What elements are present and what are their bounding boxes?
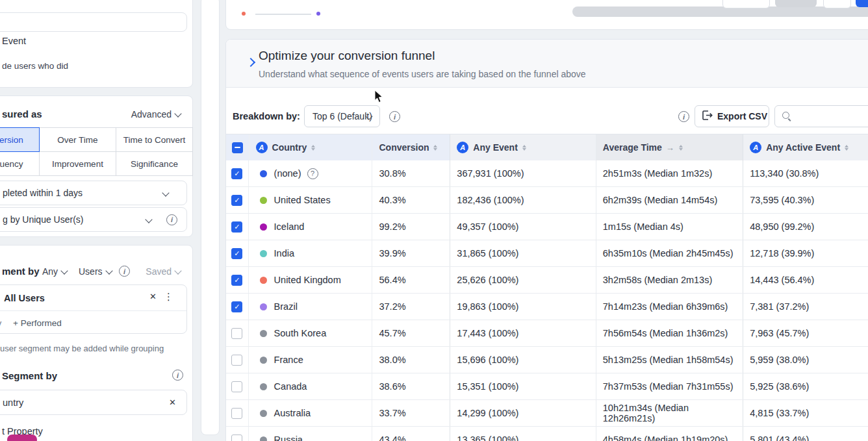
row-checkbox[interactable]: ✓ — [231, 248, 242, 259]
sort-icon[interactable] — [311, 145, 315, 151]
cell-any-active-event: 5,801 (43.4%) — [743, 427, 868, 441]
tab-significance[interactable]: Significance — [116, 151, 193, 176]
header-average-time[interactable]: Average Time → — [596, 134, 743, 160]
search-input[interactable] — [796, 110, 868, 122]
counting-dropdown[interactable]: g by Unique User(s) i — [0, 207, 187, 232]
country-dot — [260, 357, 267, 364]
tab-frequency[interactable]: uency — [0, 151, 40, 176]
tab-conversion[interactable]: ersion — [0, 127, 40, 152]
row-checkbox[interactable]: ✓ — [231, 301, 242, 312]
row-checkbox[interactable] — [231, 328, 242, 339]
row-checkbox-cell: ✓ — [226, 240, 249, 266]
close-icon[interactable]: ✕ — [169, 397, 176, 407]
conversion-window-dropdown[interactable]: pleted within 1 days — [0, 181, 187, 205]
info-icon[interactable]: i — [119, 266, 130, 277]
country-label: Canada — [274, 381, 307, 392]
cell-average-time: 10h21m34s (Median 12h26m21s) — [596, 400, 743, 426]
cell-conversion: 33.7% — [372, 400, 450, 426]
row-checkbox[interactable] — [231, 435, 242, 441]
sort-icon[interactable] — [433, 145, 437, 151]
sort-icon[interactable] — [679, 145, 683, 151]
breakdown-select[interactable]: Top 6 (Default) — [304, 105, 380, 127]
table-row[interactable]: ✓ India 39.9% 31,865 (100%) 6h35m10s (Me… — [226, 240, 868, 267]
table-row[interactable]: South Korea 45.7% 17,443 (100%) 7h56m54s… — [226, 320, 868, 347]
chevron-down-icon — [60, 267, 68, 274]
row-checkbox[interactable]: ✓ — [231, 275, 242, 286]
table-row[interactable]: Canada 38.6% 15,351 (100%) 7h37m53s (Med… — [226, 373, 868, 400]
saved-dropdown[interactable]: Saved — [146, 266, 181, 277]
row-checkbox[interactable]: ✓ — [231, 195, 242, 206]
country-label: Australia — [274, 408, 311, 418]
collapsed-panel-rail[interactable] — [201, 0, 220, 435]
cell-conversion: 38.0% — [372, 347, 450, 373]
cell-any-active-event: 4,815 (33.7%) — [743, 400, 868, 426]
optimize-banner[interactable]: Optimize your conversion funnel Understa… — [226, 40, 868, 88]
row-checkbox[interactable]: ✓ — [231, 221, 242, 233]
table-row[interactable]: ✓ Iceland 99.2% 49,357 (100%) 1m15s (Med… — [226, 214, 868, 240]
cell-any-event: 19,863 (100%) — [450, 294, 595, 320]
legend-line — [255, 14, 311, 15]
header-average-time-label: Average Time — [603, 142, 662, 153]
info-icon[interactable]: i — [172, 370, 183, 381]
header-button-fragment[interactable] — [823, 0, 851, 8]
event-section-title: Event — [2, 36, 26, 46]
kebab-icon[interactable]: ⋮ — [164, 291, 173, 303]
help-icon[interactable]: ? — [307, 168, 318, 179]
header-button-fragment[interactable] — [722, 0, 770, 8]
cell-any-event: 49,357 (100%) — [450, 214, 595, 240]
info-icon[interactable]: i — [166, 214, 177, 225]
event-card: Event de users who did — [0, 0, 193, 88]
header-country[interactable]: A Country — [249, 134, 372, 160]
table-row[interactable]: Australia 33.7% 14,299 (100%) 10h21m34s … — [226, 400, 868, 427]
export-csv-button[interactable]: Export CSV — [695, 105, 769, 127]
row-checkbox[interactable] — [231, 381, 242, 392]
tab-time-to-convert[interactable]: Time to Convert — [116, 127, 193, 152]
table-row[interactable]: ✓ United States 40.3% 182,436 (100%) 6h2… — [226, 187, 868, 214]
chevron-right-icon[interactable] — [246, 58, 255, 67]
cell-conversion: 38.6% — [372, 373, 450, 399]
table-body: ✓ (none) ? 30.8% 367,931 (100%) 2h51m3s … — [226, 160, 868, 441]
sort-icon[interactable] — [845, 145, 849, 151]
table-row[interactable]: ✓ (none) ? 30.8% 367,931 (100%) 2h51m3s … — [226, 160, 868, 187]
cell-conversion: 45.7% — [372, 320, 450, 346]
table-row[interactable]: France 38.0% 15,696 (100%) 5h13m25s (Med… — [226, 347, 868, 373]
close-icon[interactable]: ✕ — [149, 292, 157, 301]
info-icon[interactable]: i — [389, 111, 400, 122]
cell-average-time: 6h35m10s (Median 2h45m45s) — [596, 240, 743, 266]
tab-improvement[interactable]: Improvement — [39, 151, 116, 176]
row-checkbox[interactable] — [231, 408, 242, 419]
segment-users-dropdown[interactable]: Users — [79, 266, 112, 277]
header-any-active-event[interactable]: A Any Active Event — [743, 134, 868, 160]
country-label: Iceland — [274, 221, 305, 232]
all-users-label: All Users — [4, 293, 45, 303]
search-box[interactable] — [774, 105, 868, 127]
table-row[interactable]: ✓ Brazil 37.2% 19,863 (100%) 7h14m23s (M… — [226, 294, 868, 320]
header-conversion[interactable]: Conversion — [372, 134, 450, 160]
banner-subtitle: Understand what sequence of events users… — [259, 69, 586, 79]
country-cell: United Kingdom — [249, 267, 372, 293]
advanced-dropdown[interactable]: Advanced — [131, 109, 181, 120]
cell-any-event: 367,931 (100%) — [450, 160, 595, 186]
sort-icon[interactable] — [522, 145, 526, 151]
add-performed-button[interactable]: + Performed — [13, 318, 62, 328]
header-button-fragment[interactable] — [856, 0, 868, 7]
checkbox-indeterminate[interactable] — [232, 142, 243, 153]
row-checkbox[interactable] — [231, 355, 242, 366]
tab-over-time[interactable]: Over Time — [39, 127, 116, 152]
info-icon[interactable]: i — [678, 111, 689, 122]
segment-by-value-box[interactable]: untry ✕ — [0, 390, 187, 415]
country-dot — [260, 410, 267, 417]
header-any-event[interactable]: A Any Event — [450, 134, 595, 160]
measured-as-card: sured as Advanced ersion Over Time Time … — [0, 95, 193, 237]
table-row[interactable]: Russia 43.4% 13,365 (100%) 4h58m4s (Medi… — [226, 427, 868, 441]
segment-heading: ment by — [2, 266, 40, 277]
table-row[interactable]: ✓ United Kingdom 56.4% 25,626 (100%) 3h2… — [226, 267, 868, 294]
chevron-down-icon — [162, 189, 169, 196]
event-row-box[interactable] — [0, 12, 187, 32]
country-cell: South Korea — [249, 320, 372, 346]
header-button-fragment[interactable] — [775, 0, 817, 7]
horizontal-scrollbar[interactable] — [572, 6, 868, 17]
segment-any-dropdown[interactable]: Any — [42, 266, 67, 277]
cell-conversion: 39.9% — [372, 240, 450, 266]
row-checkbox[interactable]: ✓ — [231, 168, 242, 179]
